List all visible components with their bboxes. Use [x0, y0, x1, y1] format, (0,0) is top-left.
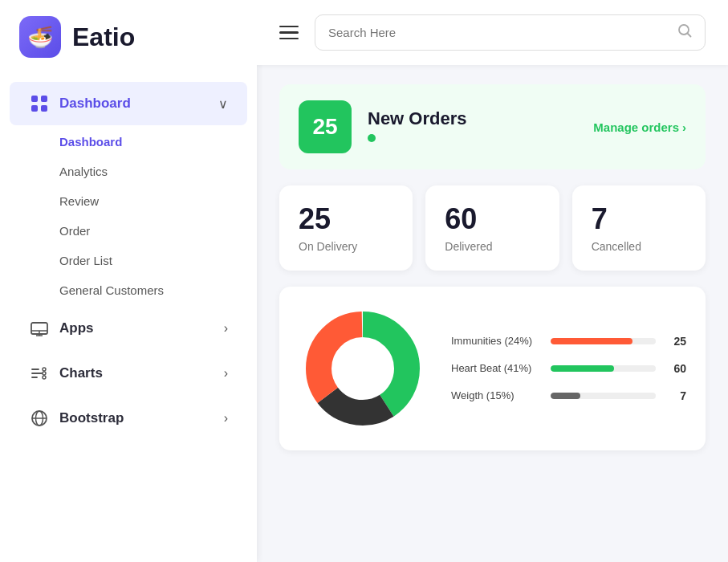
stat-label-delivered: Delivered [445, 240, 539, 253]
charts-icon [29, 363, 50, 384]
svg-point-12 [43, 372, 46, 375]
sidebar-item-apps-label: Apps [59, 320, 214, 336]
svg-rect-1 [41, 96, 47, 102]
legend-bar-track-weight [551, 393, 656, 399]
order-info: New Orders [368, 108, 577, 145]
dashboard-content: 25 New Orders Manage orders › 25 On Deli… [257, 65, 728, 470]
sidebar-item-bootstrap[interactable]: Bootstrap › [10, 397, 247, 440]
chevron-right-icon-charts: › [224, 366, 228, 381]
stat-card-on-delivery: 25 On Delivery [279, 185, 413, 271]
stat-label-delivery: On Delivery [299, 240, 393, 253]
legend-bar-weight [551, 393, 580, 399]
manage-orders-link[interactable]: Manage orders › [593, 120, 686, 134]
stat-card-cancelled: 7 Cancelled [572, 185, 706, 271]
legend-bar-immunities [551, 338, 632, 344]
sidebar-item-dashboard-home[interactable]: Dashboard [50, 127, 257, 157]
topbar [257, 0, 728, 65]
stat-label-cancelled: Cancelled [592, 240, 686, 253]
svg-rect-0 [31, 96, 38, 102]
order-count-badge: 25 [299, 100, 352, 153]
search-icon [677, 23, 692, 42]
stat-card-delivered: 60 Delivered [425, 185, 559, 271]
svg-point-22 [332, 338, 393, 399]
logo-icon: 🍜 [19, 16, 61, 58]
legend-item-immunities: Immunities (24%) 25 [451, 335, 686, 348]
search-bar [315, 14, 706, 51]
globe-icon [29, 408, 50, 429]
svg-rect-2 [31, 105, 38, 112]
search-input[interactable] [328, 26, 669, 39]
sidebar-item-order[interactable]: Order [50, 216, 257, 246]
legend-val-heartbeat: 60 [667, 362, 686, 375]
svg-point-13 [43, 376, 46, 379]
sidebar-item-bootstrap-label: Bootstrap [59, 410, 214, 426]
charts-section: Immunities (24%) 25 Heart Beat (41%) 60 [279, 287, 706, 450]
nav-section: Dashboard ∨ Dashboard Analytics Review O… [0, 74, 257, 448]
donut-chart [299, 304, 427, 433]
sidebar-item-analytics[interactable]: Analytics [50, 157, 257, 186]
sidebar-item-order-list[interactable]: Order List [50, 246, 257, 275]
sidebar-item-dashboard[interactable]: Dashboard ∨ [10, 82, 247, 125]
chevron-right-icon-bootstrap: › [224, 411, 228, 426]
legend-bar-heartbeat [551, 365, 614, 372]
legend-item-heartbeat: Heart Beat (41%) 60 [451, 362, 686, 375]
main-content: 25 New Orders Manage orders › 25 On Deli… [257, 0, 728, 562]
dashboard-icon [29, 93, 50, 114]
svg-line-18 [688, 34, 691, 37]
logo-text: Eatio [72, 22, 135, 52]
legend-area: Immunities (24%) 25 Heart Beat (41%) 60 [451, 335, 686, 402]
legend-label-immunities: Immunities (24%) [451, 335, 539, 347]
chevron-down-icon: ∨ [218, 96, 228, 112]
logo-area: 🍜 Eatio [0, 0, 257, 74]
svg-rect-3 [41, 105, 47, 112]
sidebar-item-apps[interactable]: Apps › [10, 307, 247, 350]
apps-icon [29, 318, 50, 339]
manage-orders-label: Manage orders [593, 120, 679, 134]
logo-emoji: 🍜 [27, 25, 53, 50]
stat-number-delivery: 25 [299, 203, 393, 235]
manage-orders-chevron: › [682, 120, 686, 134]
svg-point-11 [43, 368, 46, 371]
sidebar-item-charts[interactable]: Charts › [10, 352, 247, 395]
legend-val-immunities: 25 [667, 335, 686, 348]
legend-label-weight: Weigth (15%) [451, 389, 539, 401]
legend-label-heartbeat: Heart Beat (41%) [451, 362, 539, 374]
sidebar: 🍜 Eatio Dashboard ∨ Dashboard Analytics … [0, 0, 257, 562]
legend-bar-track-heartbeat [551, 365, 656, 372]
legend-bar-track-immunities [551, 338, 656, 344]
stat-number-cancelled: 7 [592, 203, 686, 235]
sidebar-item-review[interactable]: Review [50, 186, 257, 216]
chevron-right-icon: › [224, 321, 228, 336]
dashboard-subitems: Dashboard Analytics Review Order Order L… [0, 127, 257, 305]
sidebar-item-charts-label: Charts [59, 365, 214, 381]
order-title: New Orders [368, 108, 577, 129]
order-status-dot [368, 134, 376, 142]
sidebar-item-general-customers[interactable]: General Customers [50, 275, 257, 305]
hamburger-menu[interactable] [279, 26, 299, 40]
stats-row: 25 On Delivery 60 Delivered 7 Cancelled [279, 185, 706, 271]
legend-item-weight: Weigth (15%) 7 [451, 389, 686, 402]
stat-number-delivered: 60 [445, 203, 539, 235]
new-orders-banner: 25 New Orders Manage orders › [279, 84, 706, 169]
sidebar-item-dashboard-label: Dashboard [59, 96, 209, 112]
legend-val-weight: 7 [667, 389, 686, 402]
